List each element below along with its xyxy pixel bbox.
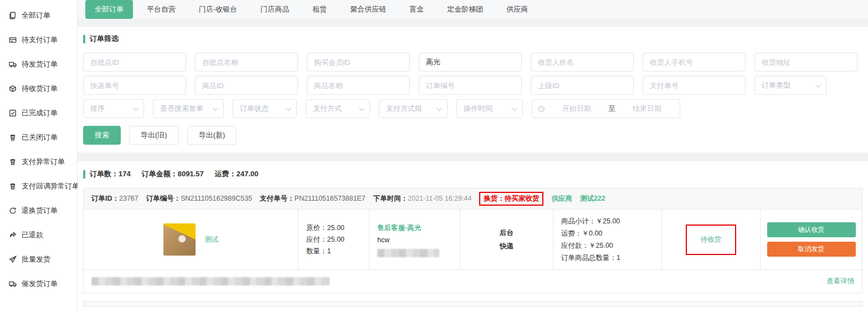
view-detail-link[interactable]: 查看详情	[826, 277, 854, 286]
receiver-phone-input[interactable]	[643, 53, 746, 72]
sidebar-item-completed[interactable]: 已完成订单	[0, 101, 77, 125]
sidebar-item-payment-error[interactable]: 支付异常订单	[0, 150, 77, 174]
tab-all-orders[interactable]: 全部订单	[85, 0, 133, 19]
sidebar-item-label: 已完成订单	[22, 108, 58, 118]
filter-row-2: 订单类型	[83, 76, 862, 95]
tab-store-cashier[interactable]: 门店-收银台	[189, 0, 246, 19]
status-cell: 待收货	[661, 210, 760, 269]
sidebar-item-all-orders[interactable]: 全部订单	[0, 3, 77, 28]
price-cell: 原价：25.00 应付：25.00 数量：1	[298, 210, 369, 269]
sidebar-item-urge-shipment[interactable]: 催发货订单	[0, 272, 77, 296]
first-order-select[interactable]: 是否搜索首单	[153, 99, 224, 118]
operate-time-select[interactable]: 操作时间	[456, 99, 523, 118]
filter-row-1	[83, 53, 862, 72]
member-id-input[interactable]	[307, 53, 410, 72]
amount-payable: 应付款：￥25.00	[561, 239, 654, 252]
product-name-input[interactable]	[307, 76, 410, 95]
sidebar-item-refunded[interactable]: 已退款	[0, 223, 77, 247]
tab-rental[interactable]: 租赁	[303, 0, 336, 19]
total-quantity: 订单商品总数量：1	[561, 252, 654, 264]
tab-supply-chain[interactable]: 聚合供应链	[341, 0, 396, 19]
order-type-select[interactable]: 订单类型	[754, 76, 826, 95]
payment-no-input[interactable]	[643, 76, 746, 95]
sidebar-item-payment-callback-error[interactable]: 支付回调异常订单	[0, 174, 77, 198]
order-type-tabs: 全部订单 平台自营 门店-收银台 门店商品 租赁 聚合供应链 盲盒 定金阶梯团 …	[78, 0, 868, 19]
orders-panel: 订单数：174 订单金额：8091.57 运费：247.00 订单ID：2376…	[78, 161, 868, 311]
sidebar-item-pending-receipt[interactable]: 待收货订单	[0, 77, 77, 101]
cancel-shipment-button[interactable]: 取消发货	[767, 242, 856, 257]
order-no-input[interactable]	[419, 76, 522, 95]
order-status-badge: 待收货	[686, 225, 737, 255]
package-icon	[9, 85, 17, 93]
trash-icon	[9, 134, 17, 141]
product-image[interactable]	[163, 223, 196, 256]
sidebar-item-label: 支付异常订单	[22, 157, 65, 167]
totals-cell: 商品小计：￥25.00 运费：￥0.00 应付款：￥25.00 订单商品总数量：…	[553, 210, 661, 269]
sidebar-item-batch-shipment[interactable]: 批量发货	[0, 247, 77, 272]
clock-icon	[538, 105, 545, 113]
product-cell: 测试	[84, 210, 298, 269]
customer-service-link[interactable]: 售后客服-高光	[377, 222, 452, 234]
export-old-button[interactable]: 导出(旧)	[129, 126, 179, 145]
pay-method-group-select[interactable]: 支付方式组	[379, 99, 448, 118]
documents-icon	[9, 12, 17, 19]
chevron-down-icon	[286, 105, 291, 111]
sidebar-item-label: 全部订单	[22, 11, 50, 21]
original-price: 原价：25.00	[306, 222, 361, 234]
trash-icon	[9, 182, 17, 190]
confirm-receipt-button[interactable]: 确认收货	[767, 222, 856, 237]
product-name-link[interactable]: 测试	[204, 235, 218, 244]
refresh-icon	[9, 207, 17, 215]
channel-cell: 后台 快递	[460, 210, 553, 269]
sidebar-item-pending-shipment[interactable]: 待发货订单	[0, 52, 77, 77]
tab-blind-box[interactable]: 盲盒	[400, 0, 433, 19]
express-no-input[interactable]	[83, 76, 186, 95]
order-no: 订单编号：SN211105162989C535	[146, 194, 252, 203]
delivery-method: 快递	[500, 239, 513, 253]
date-separator: 至	[608, 104, 615, 114]
search-button[interactable]: 搜索	[83, 126, 121, 145]
sidebar-item-label: 退换货订单	[22, 206, 58, 216]
sidebar-item-label: 待发货订单	[22, 59, 58, 69]
order-count: 订单数：174	[90, 169, 131, 179]
pickup-id-input[interactable]	[83, 53, 186, 72]
title-accent-bar	[83, 35, 85, 43]
supplier-label: 供应商	[551, 194, 572, 203]
shipping-fee: 运费：￥0.00	[561, 227, 654, 239]
order-status-select[interactable]: 订单状态	[233, 99, 297, 118]
order-id: 订单ID：23767	[91, 194, 138, 203]
parent-id-input[interactable]	[531, 76, 634, 95]
receiver-address-input[interactable]	[754, 53, 857, 72]
next-order-card-edge	[83, 301, 862, 307]
sidebar-item-closed[interactable]: 已关闭订单	[0, 125, 77, 150]
sidebar-item-label: 批量发货	[22, 254, 50, 264]
tab-supplier[interactable]: 供应商	[497, 0, 537, 19]
sidebar-item-label: 待收货订单	[22, 84, 58, 94]
pickup-name-input[interactable]	[195, 53, 298, 72]
sidebar: 全部订单 待支付订单 待发货订单 待收货订单 已完成订单 已关闭订单 支付异常订…	[0, 0, 78, 311]
quantity: 数量：1	[306, 246, 361, 257]
sort-select[interactable]: 排序	[83, 99, 144, 118]
export-new-button[interactable]: 导出(新)	[187, 126, 237, 145]
chevron-down-icon	[512, 105, 517, 111]
sidebar-item-label: 待支付订单	[22, 35, 58, 45]
order-management-page: 全部订单 待支付订单 待发货订单 待收货订单 已完成订单 已关闭订单 支付异常订…	[0, 0, 868, 311]
filter-row-3: 排序 是否搜索首单 订单状态 支付方式 支付方式组 操作时间 开始日期 至 结束…	[83, 99, 862, 118]
receiver-name-input[interactable]	[531, 53, 634, 72]
customer-phone-redacted	[377, 249, 439, 257]
chevron-down-icon	[815, 82, 821, 88]
sidebar-item-pending-payment[interactable]: 待支付订单	[0, 28, 77, 52]
product-id-input[interactable]	[195, 76, 298, 95]
pay-method-select[interactable]: 支付方式	[306, 99, 370, 118]
date-range-picker[interactable]: 开始日期 至 结束日期	[532, 99, 680, 118]
start-date-field[interactable]: 开始日期	[549, 104, 604, 114]
end-date-field[interactable]: 结束日期	[620, 104, 674, 114]
chevron-down-icon	[359, 105, 364, 111]
member-keyword-input[interactable]	[419, 53, 522, 72]
order-source: 后台	[500, 226, 513, 239]
payable-price: 应付：25.00	[306, 234, 361, 246]
tab-platform-self[interactable]: 平台自营	[137, 0, 185, 19]
tab-deposit-group[interactable]: 定金阶梯团	[438, 0, 492, 19]
tab-store-goods[interactable]: 门店商品	[251, 0, 299, 19]
sidebar-item-returns[interactable]: 退换货订单	[0, 198, 77, 223]
